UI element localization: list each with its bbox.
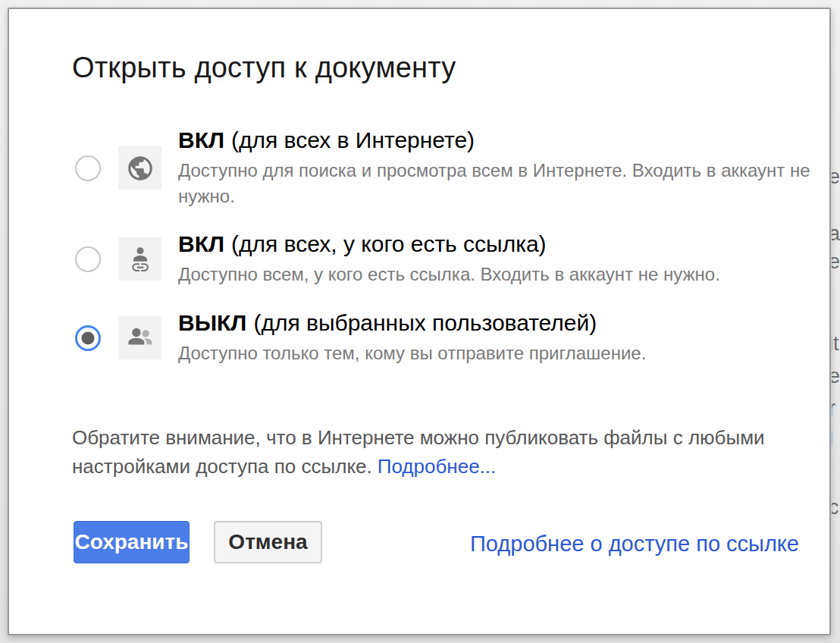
radio-specific-people[interactable] [75, 325, 101, 351]
option-anyone-with-link[interactable]: ВКЛ(для всех, у кого есть ссылка) Доступ… [75, 231, 830, 287]
radio-anyone-with-link[interactable] [75, 246, 101, 272]
background-page-text-strip: e'aeiterlc [832, 0, 840, 643]
option-description: Доступно для поиска и просмотра всем в И… [178, 158, 830, 209]
background-text-fragment: r [832, 398, 835, 419]
option-scope: (для выбранных пользователей) [253, 310, 597, 335]
note-line-2: настройками доступа по ссылке. [72, 455, 372, 478]
option-description: Доступно только тем, кому вы отправите п… [178, 340, 830, 366]
learn-more-link[interactable]: Подробнее... [378, 455, 497, 478]
save-button[interactable]: Сохранить [74, 521, 190, 563]
option-description: Доступно всем, у кого есть ссылка. Входи… [178, 262, 830, 287]
option-text-block: ВКЛ(для всех, у кого есть ссылка) Доступ… [178, 231, 830, 287]
background-text-fragment: l [832, 429, 833, 450]
share-document-dialog: Открыть доступ к документу ВКЛ(для всех … [8, 8, 831, 635]
option-title: ВКЛ(для всех, у кого есть ссылка) [178, 231, 830, 258]
note-line-1: Обратите внимание, что в Интернете можно… [72, 426, 765, 449]
background-text-fragment: c [832, 497, 839, 518]
background-text-fragment: it [832, 334, 839, 354]
option-state: ВКЛ [178, 231, 224, 256]
link-sharing-help-link[interactable]: Подробнее о доступе по ссылке [470, 531, 799, 557]
option-scope: (для всех в Интернете) [231, 127, 475, 152]
note-text: Обратите внимание, что в Интернете можно… [72, 423, 769, 481]
option-title: ВЫКЛ(для выбранных пользователей) [178, 309, 830, 337]
people-icon [118, 316, 161, 359]
background-text-fragment: ' [832, 196, 832, 216]
option-title: ВКЛ(для всех в Интернете) [178, 127, 830, 154]
option-state: ВКЛ [178, 127, 224, 152]
cancel-button[interactable]: Отмена [214, 521, 322, 563]
person-link-icon [118, 237, 161, 281]
option-specific-people[interactable]: ВЫКЛ(для выбранных пользователей) Доступ… [75, 309, 830, 366]
option-text-block: ВКЛ(для всех в Интернете) Доступно для п… [178, 127, 830, 209]
option-public-on-internet[interactable]: ВКЛ(для всех в Интернете) Доступно для п… [75, 127, 830, 209]
background-text-fragment: a [832, 224, 840, 244]
background-text-fragment: e [832, 167, 840, 187]
option-scope: (для всех, у кого есть ссылка) [231, 231, 547, 256]
background-text-fragment: e [832, 366, 840, 387]
globe-icon [118, 146, 161, 190]
option-text-block: ВЫКЛ(для выбранных пользователей) Доступ… [178, 309, 830, 366]
background-text-fragment: e [832, 252, 840, 272]
radio-public-on-internet[interactable] [75, 155, 101, 181]
dialog-title: Открыть доступ к документу [72, 52, 456, 85]
option-state: ВЫКЛ [178, 310, 246, 335]
